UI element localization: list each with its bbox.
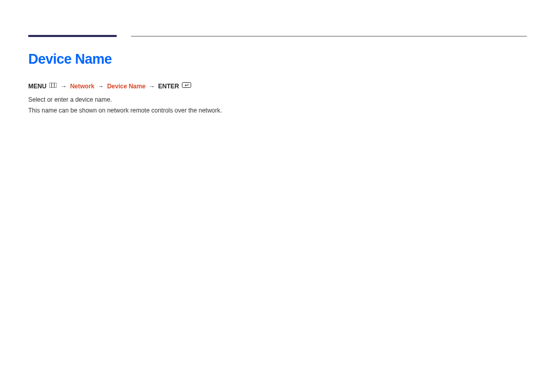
arrow-icon: → <box>61 83 67 90</box>
header-rule <box>28 35 527 37</box>
body-line-1: Select or enter a device name. <box>28 95 527 105</box>
rule-thin-segment <box>131 36 527 36</box>
svg-rect-0 <box>49 83 57 88</box>
enter-label: ENTER <box>158 83 179 90</box>
menu-label: MENU <box>28 83 46 90</box>
breadcrumb: MENU → Network → Device Name → ENTER <box>28 82 527 91</box>
arrow-icon: → <box>98 83 104 90</box>
menu-icon <box>49 81 57 91</box>
arrow-icon: → <box>149 83 155 90</box>
body-line-2: This name can be shown on network remote… <box>28 105 527 116</box>
enter-icon <box>182 81 191 91</box>
breadcrumb-device-name: Device Name <box>107 83 145 90</box>
rule-thick-segment <box>28 35 117 37</box>
section-title: Device Name <box>28 51 527 67</box>
breadcrumb-network: Network <box>70 83 94 90</box>
page-container: Device Name MENU → Network → Device Name… <box>0 0 555 116</box>
